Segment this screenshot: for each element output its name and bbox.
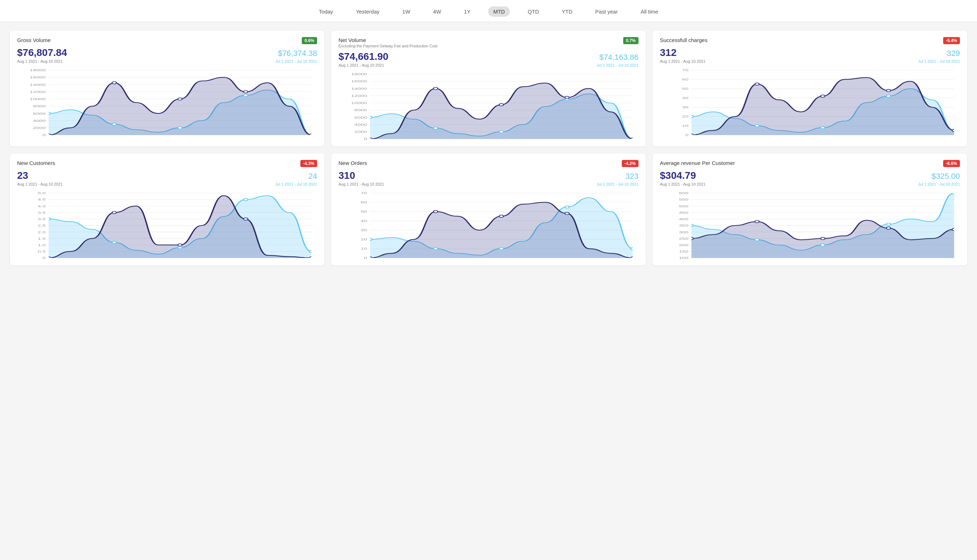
card-title: New Customers [17, 160, 55, 166]
svg-point-29 [244, 90, 248, 93]
primary-metric: $74,661.90 [338, 51, 388, 62]
nav-item-past-year[interactable]: Past year [590, 7, 623, 17]
svg-point-81 [820, 127, 825, 129]
svg-text:18000: 18000 [30, 68, 46, 72]
svg-text:450: 450 [679, 211, 689, 215]
date-row: Aug 1 2021 - Aug 10 2021 Jul 1 2021 - Ju… [660, 59, 960, 63]
svg-point-24 [244, 94, 248, 97]
nav-item-qtd[interactable]: QTD [523, 7, 544, 17]
svg-point-114 [178, 247, 182, 249]
primary-metric: $76,807.84 [17, 47, 67, 58]
svg-point-30 [309, 134, 313, 137]
card-header: Successfull charges -5.4% [660, 37, 960, 44]
primary-metric: 312 [660, 47, 677, 58]
svg-text:16000: 16000 [351, 80, 367, 83]
svg-point-144 [368, 257, 372, 259]
svg-point-115 [244, 198, 248, 201]
svg-text:60: 60 [360, 200, 367, 204]
secondary-date: Jul 1 2021 - Jul 10 2021 [597, 182, 639, 186]
secondary-date: Jul 1 2021 - Jul 10 2021 [918, 182, 960, 186]
svg-text:12000: 12000 [30, 90, 46, 94]
top-navigation: TodayYesterday1W4W1YMTDQTDYTDPast yearAl… [0, 0, 977, 22]
svg-point-173 [755, 239, 759, 241]
svg-text:2000: 2000 [355, 130, 367, 133]
svg-point-143 [631, 248, 635, 250]
svg-text:10: 10 [360, 247, 367, 250]
svg-point-145 [433, 210, 438, 213]
svg-text:8000: 8000 [33, 104, 46, 108]
card-header: Gross Volume 0.6% [17, 37, 317, 44]
svg-text:5.0: 5.0 [38, 191, 46, 195]
svg-text:12000: 12000 [351, 94, 367, 98]
svg-point-59 [499, 104, 504, 106]
nav-item-all-time[interactable]: All time [636, 7, 663, 17]
svg-point-53 [433, 127, 438, 129]
card-gross-volume: Gross Volume 0.6% $76,807.84 $76,374.38 … [10, 31, 324, 147]
svg-text:4.0: 4.0 [38, 204, 46, 208]
card-new-orders: New Orders -4.2% 310 323 Aug 1 2021 - Au… [331, 153, 646, 265]
nav-item-1y[interactable]: 1Y [459, 7, 475, 17]
svg-text:3.5: 3.5 [38, 211, 46, 215]
primary-date: Aug 1 2021 - Aug 10 2021 [17, 59, 63, 63]
svg-text:30: 30 [360, 228, 367, 232]
svg-text:500: 500 [679, 204, 689, 208]
svg-text:0: 0 [42, 133, 46, 137]
svg-point-61 [631, 138, 635, 140]
badge-new-customers: -4.3% [300, 160, 317, 167]
primary-metric: 310 [338, 170, 355, 181]
svg-point-82 [887, 95, 891, 97]
svg-point-117 [46, 257, 51, 259]
svg-text:70: 70 [682, 68, 689, 72]
svg-point-121 [309, 257, 313, 259]
svg-point-140 [433, 248, 438, 250]
svg-point-28 [178, 98, 182, 100]
svg-point-148 [631, 257, 635, 259]
svg-point-60 [565, 96, 569, 99]
metrics-row: 23 24 [17, 170, 317, 181]
svg-text:14000: 14000 [351, 87, 367, 90]
svg-point-118 [112, 211, 117, 214]
svg-point-88 [952, 129, 956, 132]
svg-text:1.5: 1.5 [38, 237, 46, 240]
svg-text:4000: 4000 [33, 119, 46, 123]
secondary-metric: $325.00 [931, 172, 960, 181]
primary-date: Aug 1 2021 - Aug 10 2021 [660, 182, 705, 186]
nav-item-ytd[interactable]: YTD [557, 7, 578, 17]
svg-text:0: 0 [364, 256, 367, 260]
svg-text:40: 40 [682, 96, 689, 100]
svg-text:0.5: 0.5 [38, 250, 46, 253]
svg-text:6000: 6000 [355, 115, 367, 119]
svg-text:0: 0 [42, 256, 46, 260]
date-row: Aug 1 2021 - Aug 10 2021 Jul 1 2021 - Ju… [17, 59, 317, 63]
card-header: New Customers -4.3% [17, 160, 317, 167]
svg-text:18000: 18000 [351, 72, 367, 76]
svg-text:4000: 4000 [355, 123, 367, 127]
svg-point-79 [689, 115, 694, 118]
card-title: New Orders [338, 160, 367, 166]
svg-point-177 [689, 237, 694, 240]
date-row: Aug 1 2021 - Aug 10 2021 Jul 1 2021 - Ju… [338, 182, 639, 186]
chart-area-successful-charges: 010203040506070 [660, 67, 960, 138]
svg-text:60: 60 [682, 78, 689, 81]
svg-text:100: 100 [679, 256, 689, 260]
card-new-customers: New Customers -4.3% 23 24 Aug 1 2021 - A… [10, 153, 324, 265]
metrics-row: $74,661.90 $74,163.86 [338, 51, 639, 62]
nav-item-mtd[interactable]: MTD [488, 7, 510, 17]
nav-item-today[interactable]: Today [314, 7, 338, 17]
secondary-metric: 323 [625, 172, 639, 181]
secondary-date: Jul 1 2021 - Jul 10 2021 [918, 59, 960, 63]
svg-point-54 [499, 131, 504, 133]
metrics-row: 312 329 [660, 47, 960, 58]
svg-point-23 [178, 127, 182, 129]
nav-item-4w[interactable]: 4W [428, 7, 447, 17]
svg-point-142 [565, 206, 569, 208]
svg-point-52 [368, 116, 372, 118]
secondary-metric: $74,163.86 [599, 53, 639, 62]
svg-text:70: 70 [360, 191, 367, 195]
svg-point-180 [887, 227, 891, 229]
nav-item-1w[interactable]: 1W [397, 7, 415, 17]
svg-point-57 [368, 138, 372, 140]
nav-item-yesterday[interactable]: Yesterday [351, 7, 385, 17]
badge-avg-revenue: -6.6% [943, 160, 960, 167]
svg-text:10: 10 [682, 124, 689, 128]
